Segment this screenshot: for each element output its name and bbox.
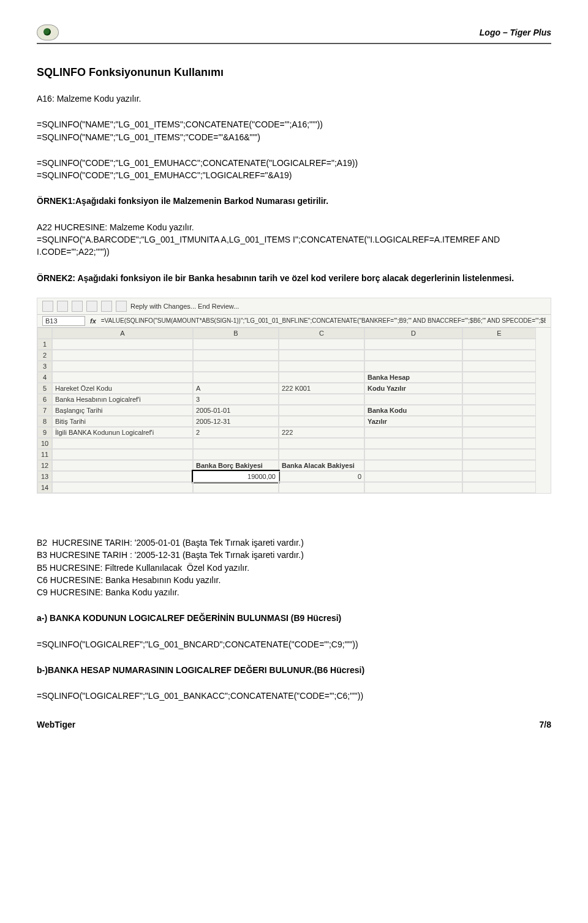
cell[interactable] <box>279 361 364 372</box>
cell[interactable] <box>52 372 193 383</box>
cell[interactable] <box>193 339 279 350</box>
cell[interactable] <box>364 482 462 493</box>
toolbar-icon <box>42 301 53 312</box>
cell[interactable]: Banka Hesap <box>364 372 462 383</box>
cell[interactable] <box>52 350 193 361</box>
cell[interactable] <box>462 405 536 416</box>
cell[interactable]: Başlangıç Tarihi <box>52 405 193 416</box>
cell[interactable] <box>462 427 536 438</box>
cell[interactable] <box>462 361 536 372</box>
cell[interactable] <box>364 449 462 460</box>
cell[interactable] <box>279 482 364 493</box>
cell[interactable] <box>462 416 536 427</box>
cell[interactable] <box>364 471 462 482</box>
cell[interactable] <box>52 449 193 460</box>
cell[interactable] <box>193 449 279 460</box>
row-header: 10 <box>37 438 52 449</box>
cell[interactable] <box>193 361 279 372</box>
cell[interactable] <box>279 394 364 405</box>
cell[interactable] <box>193 350 279 361</box>
cell[interactable] <box>462 350 536 361</box>
cell[interactable]: 19000,00 <box>193 471 279 482</box>
cell[interactable] <box>364 394 462 405</box>
cell[interactable]: Hareket Özel Kodu <box>52 383 193 394</box>
cell[interactable] <box>193 482 279 493</box>
footer-page: 7/8 <box>540 720 551 729</box>
logo-eye-icon <box>37 24 59 40</box>
cell[interactable] <box>279 416 364 427</box>
cell[interactable]: Yazılır <box>364 416 462 427</box>
cell[interactable]: 222 <box>279 427 364 438</box>
footer-left: WebTiger <box>37 720 75 729</box>
cell[interactable]: İlgili BANKA Kodunun Logicalref'i <box>52 427 193 438</box>
cell[interactable]: A <box>193 383 279 394</box>
cell[interactable] <box>279 350 364 361</box>
cell[interactable] <box>462 449 536 460</box>
cell[interactable] <box>52 460 193 471</box>
cell[interactable] <box>364 427 462 438</box>
code-a: =SQLINFO("LOGICALREF";"LG_001_BNCARD";CO… <box>37 638 551 650</box>
excel-toolbar: Reply with Changes... End Review... <box>37 298 551 315</box>
fx-icon[interactable]: fx <box>90 317 96 325</box>
cell[interactable] <box>193 438 279 449</box>
cell[interactable] <box>52 471 193 482</box>
cell[interactable] <box>462 482 536 493</box>
cell[interactable] <box>52 361 193 372</box>
cell[interactable]: Banka Alacak Bakiyesi <box>279 460 364 471</box>
cell[interactable]: Banka Hesabının Logicalref'i <box>52 394 193 405</box>
col-header <box>37 328 52 339</box>
cell[interactable] <box>364 361 462 372</box>
page-header: Logo – Tiger Plus <box>37 24 551 44</box>
cell[interactable] <box>462 438 536 449</box>
cell[interactable]: Bitiş Tarihi <box>52 416 193 427</box>
row-header: 14 <box>37 482 52 493</box>
row-header: 12 <box>37 460 52 471</box>
cell[interactable] <box>462 471 536 482</box>
cell[interactable]: 2 <box>193 427 279 438</box>
cell[interactable] <box>279 405 364 416</box>
heading-a: a-) BANKA KODUNUN LOGICALREF DEĞERİNİN B… <box>37 612 551 624</box>
cell[interactable] <box>364 350 462 361</box>
col-header: B <box>193 328 279 339</box>
cell[interactable]: 0 <box>279 471 364 482</box>
formula-text[interactable]: =VALUE(SQLINFO("SUM(AMOUNT*ABS(SIGN-1))"… <box>101 317 546 324</box>
toolbar-icon <box>57 301 68 312</box>
cell[interactable]: 222 K001 <box>279 383 364 394</box>
row-header: 2 <box>37 350 52 361</box>
brand-title: Logo – Tiger Plus <box>480 28 551 37</box>
cell[interactable] <box>193 372 279 383</box>
cell[interactable]: Banka Kodu <box>364 405 462 416</box>
cell[interactable] <box>462 460 536 471</box>
toolbar-icon <box>72 301 83 312</box>
code-sqlinfo-code: =SQLINFO("CODE";"LG_001_EMUHACC";CONCATE… <box>37 157 551 182</box>
ornek2-heading: ÖRNEK2: Aşağıdaki fonksiyon ile bir Bank… <box>37 272 551 284</box>
cell[interactable]: Kodu Yazılır <box>364 383 462 394</box>
cell[interactable] <box>279 449 364 460</box>
row-header: 4 <box>37 372 52 383</box>
cell[interactable] <box>364 438 462 449</box>
cell[interactable] <box>52 438 193 449</box>
page-footer: WebTiger 7/8 <box>37 720 551 729</box>
cell[interactable] <box>279 438 364 449</box>
cell[interactable] <box>364 460 462 471</box>
cell[interactable] <box>52 482 193 493</box>
cell[interactable] <box>52 339 193 350</box>
cell[interactable] <box>279 372 364 383</box>
cell[interactable] <box>279 339 364 350</box>
cell[interactable]: 2005-12-31 <box>193 416 279 427</box>
row-header: 11 <box>37 449 52 460</box>
cell[interactable]: Banka Borç Bakiyesi <box>193 460 279 471</box>
cell-reference[interactable]: B13 <box>42 316 85 326</box>
cell[interactable] <box>462 372 536 383</box>
cell[interactable] <box>462 339 536 350</box>
cell[interactable] <box>462 383 536 394</box>
cell[interactable] <box>364 339 462 350</box>
cell[interactable]: 3 <box>193 394 279 405</box>
code-b: =SQLINFO("LOGICALREF";"LG_001_BANKACC";C… <box>37 690 551 702</box>
section-title: SQLINFO Fonksiyonunun Kullanımı <box>37 66 551 79</box>
cell[interactable]: 2005-01-01 <box>193 405 279 416</box>
toolbar-icon <box>101 301 112 312</box>
formula-bar: B13 fx =VALUE(SQLINFO("SUM(AMOUNT*ABS(SI… <box>37 315 551 328</box>
heading-b: b-)BANKA HESAP NUMARASININ LOGICALREF DE… <box>37 664 551 676</box>
cell[interactable] <box>462 394 536 405</box>
